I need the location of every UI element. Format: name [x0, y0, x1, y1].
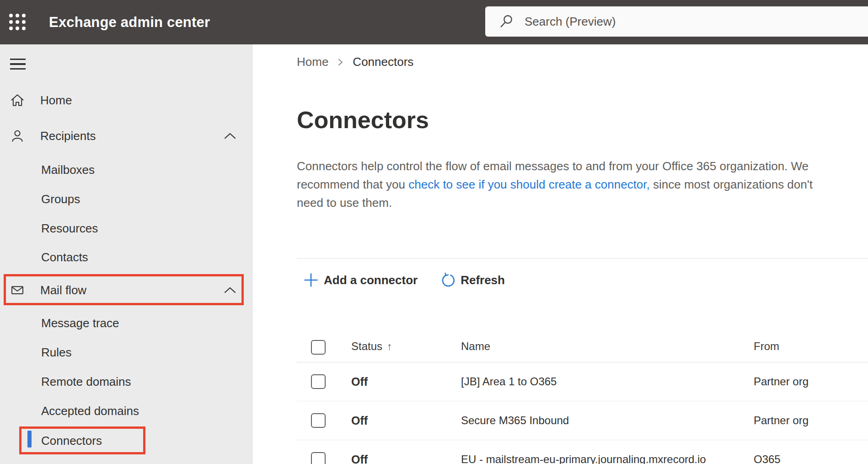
home-icon — [10, 93, 25, 108]
row-checkbox[interactable] — [311, 374, 326, 389]
column-header-label: Name — [461, 340, 490, 353]
column-header-label: Status — [351, 340, 382, 353]
breadcrumb-current: Connectors — [353, 55, 413, 69]
breadcrumb-home-link[interactable]: Home — [297, 55, 328, 69]
person-icon — [10, 129, 25, 143]
sidebar-item-message-trace[interactable]: Message trace — [0, 314, 253, 332]
sidebar-item-label: Rules — [41, 345, 71, 360]
sidebar-item-label: Resources — [41, 221, 98, 236]
status-cell: Off — [351, 453, 461, 464]
name-cell: EU - mailstream-eu-primary.journaling.mx… — [461, 453, 754, 464]
from-cell: O365 — [754, 453, 868, 464]
selected-item-indicator — [27, 431, 32, 448]
sidebar-item-label: Mail flow — [40, 283, 86, 297]
refresh-icon — [440, 273, 455, 288]
sidebar-item-mailboxes[interactable]: Mailboxes — [0, 161, 253, 179]
description-text: need to use them. — [297, 196, 392, 210]
mail-icon — [10, 283, 25, 297]
from-cell: Partner org — [754, 375, 868, 388]
column-header-label: From — [754, 340, 779, 353]
sidebar-item-accepted-domains[interactable]: Accepted domains — [0, 402, 253, 420]
breadcrumb: Home Connectors — [297, 54, 413, 70]
sidebar-item-connectors[interactable]: Connectors — [0, 432, 253, 450]
column-header-from[interactable]: From — [754, 340, 868, 353]
sidebar-item-label: Recipients — [40, 129, 96, 143]
add-connector-button[interactable]: Add a connector — [304, 273, 418, 287]
sidebar-item-label: Accepted domains — [41, 404, 139, 418]
sidebar-item-remote-domains[interactable]: Remote domains — [0, 372, 253, 391]
page-title: Connectors — [297, 107, 429, 133]
sidebar-item-resources[interactable]: Resources — [0, 219, 253, 237]
sidebar-item-mail-flow[interactable]: Mail flow — [0, 281, 253, 299]
sidebar-item-label: Contacts — [41, 250, 88, 264]
sidebar-item-label: Mailboxes — [41, 163, 95, 177]
sidebar-item-contacts[interactable]: Contacts — [0, 248, 253, 266]
table-row[interactable]: Off [JB] Area 1 to O365 Partner org — [297, 362, 868, 401]
status-cell: Off — [351, 375, 461, 388]
row-checkbox[interactable] — [311, 413, 326, 428]
sidebar-item-recipients[interactable]: Recipients — [0, 127, 253, 145]
sort-ascending-icon: ↑ — [387, 340, 392, 353]
connectors-table: Status ↑ Name From Off [JB] Area 1 to O3… — [297, 302, 868, 464]
sidebar-item-label: Connectors — [41, 434, 102, 448]
description-text: Connectors help control the flow of emai… — [297, 159, 809, 173]
toolbar: Add a connector Refresh — [297, 258, 505, 302]
table-row[interactable]: Off Secure M365 Inbound Partner org — [297, 401, 868, 440]
select-all-checkbox[interactable] — [311, 340, 326, 355]
app-launcher-icon[interactable] — [9, 14, 26, 30]
table-header-row: Status ↑ Name From — [297, 302, 868, 362]
table-row[interactable]: Off EU - mailstream-eu-primary.journalin… — [297, 440, 868, 464]
sidebar-item-label: Message trace — [41, 316, 119, 330]
name-cell: Secure M365 Inbound — [461, 414, 754, 427]
sidebar-item-rules[interactable]: Rules — [0, 343, 253, 361]
sidebar-item-groups[interactable]: Groups — [0, 190, 253, 208]
row-checkbox[interactable] — [311, 452, 326, 464]
main-content: Home Connectors Connectors Connectors he… — [253, 44, 868, 464]
column-header-name[interactable]: Name — [461, 340, 754, 353]
search-input[interactable] — [525, 15, 836, 29]
search-box[interactable] — [485, 6, 868, 37]
sidebar-item-home[interactable]: Home — [0, 91, 253, 109]
add-connector-label: Add a connector — [324, 273, 418, 287]
page-description: Connectors help control the flow of emai… — [297, 157, 868, 212]
create-connector-link[interactable]: check to see if you should create a conn… — [408, 178, 650, 191]
sidebar-item-label: Remote domains — [41, 375, 131, 389]
name-cell: [JB] Area 1 to O365 — [461, 375, 754, 388]
exchange-admin-center-window: Exchange admin center Home Recipients — [0, 0, 868, 464]
sidebar-item-label: Home — [40, 93, 72, 108]
status-cell: Off — [351, 414, 461, 427]
refresh-button[interactable]: Refresh — [440, 273, 505, 288]
column-header-status[interactable]: Status ↑ — [351, 340, 461, 353]
plus-icon — [304, 273, 318, 287]
chevron-up-icon — [223, 132, 237, 140]
chevron-up-icon — [223, 286, 237, 294]
sidebar: Home Recipients Mailboxes Groups Resourc… — [0, 44, 253, 464]
description-text: recommend that you — [297, 178, 408, 191]
from-cell: Partner org — [754, 414, 868, 427]
hamburger-menu-icon[interactable] — [10, 59, 26, 70]
refresh-label: Refresh — [461, 273, 505, 287]
description-text: since most organizations don't — [650, 178, 813, 191]
sidebar-item-label: Groups — [41, 192, 80, 206]
app-title: Exchange admin center — [49, 0, 210, 44]
search-icon — [499, 14, 514, 29]
top-bar: Exchange admin center — [0, 0, 868, 44]
chevron-right-icon — [337, 57, 344, 67]
